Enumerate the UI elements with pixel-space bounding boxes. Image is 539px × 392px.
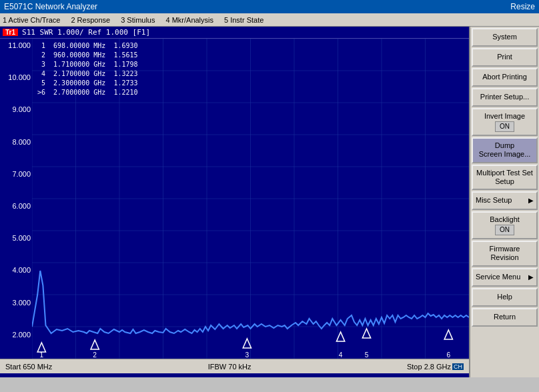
y-label-3: 3.000: [1, 299, 31, 307]
menu-response[interactable]: 2 Response: [71, 16, 110, 24]
y-label-9: 9.000: [1, 105, 31, 113]
marker-3-symbol: [243, 339, 251, 348]
svg-text:6: 6: [446, 351, 450, 359]
start-freq: Start 650 MHz: [5, 363, 52, 371]
y-label-11: 11.000: [1, 41, 31, 49]
menu-stimulus[interactable]: 3 Stimulus: [121, 16, 155, 24]
marker-5-symbol: [362, 329, 370, 338]
service-menu-arrow-icon: ▶: [528, 273, 534, 281]
invert-image-button[interactable]: Invert Image ON: [472, 108, 538, 136]
chart-inner: 11.000 10.000 9.000 8.000 7.000 6.000 5.…: [0, 39, 469, 373]
system-button[interactable]: System: [472, 28, 538, 47]
marker-6-symbol: [444, 330, 452, 339]
y-label-10: 10.000: [1, 73, 31, 81]
multiport-test-set-setup-button[interactable]: Multiport Test Set Setup: [472, 165, 538, 190]
svg-text:4: 4: [339, 351, 343, 359]
y-label-4: 4.000: [1, 266, 31, 274]
misc-setup-button[interactable]: Misc Setup ▶: [472, 191, 538, 210]
y-label-5: 5.000: [1, 234, 31, 242]
backlight-label: Backlight: [490, 215, 520, 224]
right-panel: System Print Abort Printing Printer Setu…: [469, 27, 539, 377]
menu-mkr-analysis[interactable]: 4 Mkr/Analysis: [165, 16, 213, 24]
svg-text:5: 5: [365, 351, 369, 359]
marker-2-symbol: [91, 340, 99, 349]
status-bar: Start 650 MHz IFBW 70 kHz Stop 2.8 GHz C…: [0, 359, 469, 373]
backlight-value: ON: [495, 225, 514, 235]
trace-header: Tr1 S11 SWR 1.000/ Ref 1.000 [F1]: [0, 27, 469, 39]
title-bar: E5071C Network Analyzer Resize: [0, 0, 539, 13]
printer-setup-button[interactable]: Printer Setup...: [472, 88, 538, 107]
y-axis: 11.000 10.000 9.000 8.000 7.000 6.000 5.…: [0, 39, 32, 373]
dump-screen-image-button[interactable]: Dump Screen Image...: [472, 137, 538, 163]
menu-instr-state[interactable]: 5 Instr State: [224, 16, 263, 24]
help-button[interactable]: Help: [472, 288, 538, 307]
y-label-8: 8.000: [1, 138, 31, 146]
main-layout: Tr1 S11 SWR 1.000/ Ref 1.000 [F1] 11.000…: [0, 27, 539, 377]
service-menu-button[interactable]: Service Menu ▶: [472, 268, 538, 287]
chart-svg: 1 2 3 4 5 6: [32, 39, 469, 359]
invert-image-label: Invert Image: [484, 112, 525, 121]
trace-tag: Tr1: [3, 29, 18, 36]
ifbw: IFBW 70 kHz: [208, 363, 251, 371]
marker-1-symbol: [37, 343, 45, 352]
misc-setup-arrow-icon: ▶: [528, 197, 534, 205]
svg-text:3: 3: [245, 351, 249, 359]
resize-button[interactable]: Resize: [510, 2, 535, 11]
return-button[interactable]: Return: [472, 308, 538, 327]
backlight-button[interactable]: Backlight ON: [472, 211, 538, 239]
chart-area: Tr1 S11 SWR 1.000/ Ref 1.000 [F1] 11.000…: [0, 27, 469, 377]
firmware-revision-button[interactable]: Firmware Revision: [472, 241, 538, 266]
svg-text:2: 2: [93, 351, 97, 359]
stop-freq: Stop 2.8 GHz CH: [407, 363, 464, 371]
print-button[interactable]: Print: [472, 48, 538, 67]
trace-label: S11 SWR 1.000/ Ref 1.000 [F1]: [22, 28, 150, 37]
y-label-6: 6.000: [1, 202, 31, 210]
stop-freq-icon: CH: [452, 363, 464, 370]
app-title: E5071C Network Analyzer: [4, 2, 97, 11]
menu-active-ch-trace[interactable]: 1 Active Ch/Trace: [3, 16, 60, 24]
invert-image-value: ON: [495, 121, 514, 132]
menu-bar: 1 Active Ch/Trace 2 Response 3 Stimulus …: [0, 13, 539, 27]
y-label-2: 2.000: [1, 331, 31, 339]
y-label-7: 7.000: [1, 170, 31, 178]
abort-printing-button[interactable]: Abort Printing: [472, 68, 538, 87]
svg-text:1: 1: [39, 351, 43, 359]
